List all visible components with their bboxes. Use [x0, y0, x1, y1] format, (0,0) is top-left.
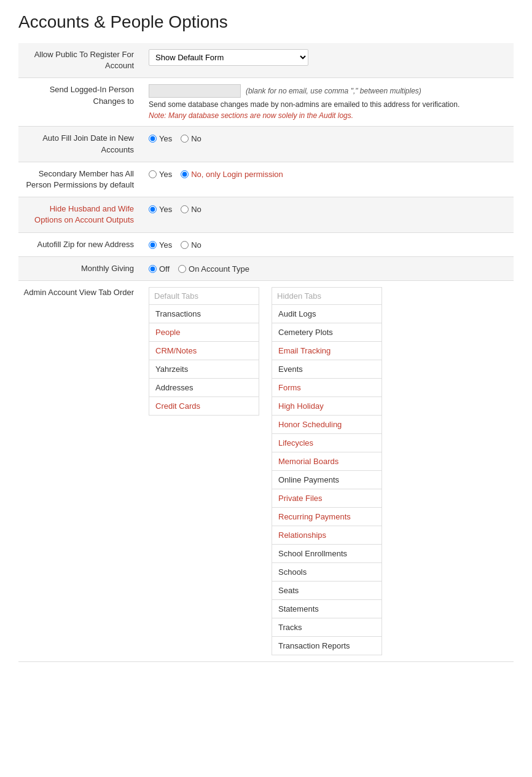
tab-item-events[interactable]: Events [272, 360, 382, 378]
tab-item-honor-scheduling[interactable]: Honor Scheduling [272, 415, 382, 433]
value-monthly-giving: Off On Account Type [141, 256, 514, 280]
email-input-field[interactable] [149, 84, 241, 98]
tab-item-statements[interactable]: Statements [272, 599, 382, 618]
radio-hide-hw-no[interactable]: No [181, 205, 201, 214]
label-monthly-giving: Monthly Giving [18, 256, 141, 280]
value-tab-order: Default Tabs Transactions People CRM/Not… [141, 280, 514, 661]
tab-order-container: Default Tabs Transactions People CRM/Not… [149, 287, 506, 655]
label-send-logged-in: Send Logged-In Person Changes to [18, 78, 141, 127]
tab-item-tracks[interactable]: Tracks [272, 618, 382, 636]
setting-row-auto-fill: Auto Fill Join Date in New Accounts Yes … [18, 127, 514, 162]
tab-item-forms[interactable]: Forms [272, 378, 382, 396]
setting-row-autofill-zip: Autofill Zip for new Address Yes No [18, 232, 514, 256]
value-secondary-member: Yes No, only Login permission [141, 162, 514, 197]
email-hint: (blank for no email, use comma "," betwe… [246, 87, 421, 95]
tab-item-online-payments[interactable]: Online Payments [272, 470, 382, 489]
send-logged-in-desc: Send some database changes made by non-a… [149, 100, 506, 109]
send-logged-in-note: Note: Many database sections are now sol… [149, 111, 506, 120]
setting-row-hide-husband-wife: Hide Husband and Wife Options on Account… [18, 197, 514, 232]
radio-zip-no[interactable]: No [181, 240, 201, 250]
label-autofill-zip: Autofill Zip for new Address [18, 232, 141, 256]
tab-item-schools[interactable]: Schools [272, 562, 382, 581]
setting-row-tab-order: Admin Account View Tab Order Default Tab… [18, 280, 514, 661]
radio-auto-fill-no[interactable]: No [181, 134, 201, 143]
tab-item-email-tracking[interactable]: Email Tracking [272, 341, 382, 360]
tab-item-yahrzeits[interactable]: Yahrzeits [149, 360, 259, 378]
radio-auto-fill-yes[interactable]: Yes [149, 134, 172, 143]
tab-item-transaction-reports[interactable]: Transaction Reports [272, 636, 382, 655]
label-hide-husband-wife: Hide Husband and Wife Options on Account… [18, 197, 141, 232]
label-auto-fill: Auto Fill Join Date in New Accounts [18, 127, 141, 162]
radio-zip-yes[interactable]: Yes [149, 240, 172, 250]
tab-item-seats[interactable]: Seats [272, 581, 382, 599]
tab-item-audit-logs[interactable]: Audit Logs [272, 304, 382, 323]
value-hide-husband-wife: Yes No [141, 197, 514, 232]
hidden-tabs-column: Hidden Tabs Audit Logs Cemetery Plots Em… [272, 287, 382, 655]
value-allow-public-register: Show Default FormNoCustom Form [141, 43, 514, 78]
default-tabs-header: Default Tabs [149, 287, 259, 304]
tab-item-school-enrollments[interactable]: School Enrollments [272, 544, 382, 562]
setting-row-allow-public-register: Allow Public To Register For Account Sho… [18, 43, 514, 78]
radio-group-auto-fill: Yes No [149, 133, 506, 143]
tab-item-private-files[interactable]: Private Files [272, 489, 382, 507]
setting-row-send-logged-in: Send Logged-In Person Changes to (blank … [18, 78, 514, 127]
tab-item-high-holiday[interactable]: High Holiday [272, 396, 382, 415]
radio-group-autofill-zip: Yes No [149, 239, 506, 250]
radio-secondary-no[interactable]: No, only Login permission [181, 170, 283, 179]
settings-table: Allow Public To Register For Account Sho… [18, 43, 514, 662]
radio-hide-hw-yes[interactable]: Yes [149, 205, 172, 214]
tab-item-recurring-payments[interactable]: Recurring Payments [272, 507, 382, 526]
value-send-logged-in: (blank for no email, use comma "," betwe… [141, 78, 514, 127]
label-allow-public-register: Allow Public To Register For Account [18, 43, 141, 78]
tab-item-transactions[interactable]: Transactions [149, 304, 259, 323]
setting-row-monthly-giving: Monthly Giving Off On Account Type [18, 256, 514, 280]
radio-group-hide-hw: Yes No [149, 203, 506, 214]
radio-monthly-on[interactable]: On Account Type [178, 264, 249, 274]
page-title: Accounts & People Options [18, 12, 514, 32]
tab-item-people[interactable]: People [149, 323, 259, 341]
radio-secondary-yes[interactable]: Yes [149, 170, 172, 179]
tab-item-relationships[interactable]: Relationships [272, 526, 382, 544]
tab-item-addresses[interactable]: Addresses [149, 378, 259, 396]
tab-item-crmnotes[interactable]: CRM/Notes [149, 341, 259, 360]
radio-group-monthly: Off On Account Type [149, 263, 506, 274]
select-allow-public-register[interactable]: Show Default FormNoCustom Form [149, 49, 308, 66]
radio-monthly-off[interactable]: Off [149, 264, 170, 274]
value-auto-fill: Yes No [141, 127, 514, 162]
value-autofill-zip: Yes No [141, 232, 514, 256]
label-secondary-member: Secondary Member has All Person Permissi… [18, 162, 141, 197]
default-tabs-column: Default Tabs Transactions People CRM/Not… [149, 287, 259, 416]
radio-group-secondary: Yes No, only Login permission [149, 168, 506, 179]
setting-row-secondary-member: Secondary Member has All Person Permissi… [18, 162, 514, 197]
tab-item-lifecycles[interactable]: Lifecycles [272, 433, 382, 452]
label-tab-order: Admin Account View Tab Order [18, 280, 141, 661]
tab-item-memorial-boards[interactable]: Memorial Boards [272, 452, 382, 470]
hidden-tabs-header: Hidden Tabs [272, 287, 382, 304]
tab-item-credit-cards[interactable]: Credit Cards [149, 396, 259, 416]
tab-item-cemetery-plots[interactable]: Cemetery Plots [272, 323, 382, 341]
